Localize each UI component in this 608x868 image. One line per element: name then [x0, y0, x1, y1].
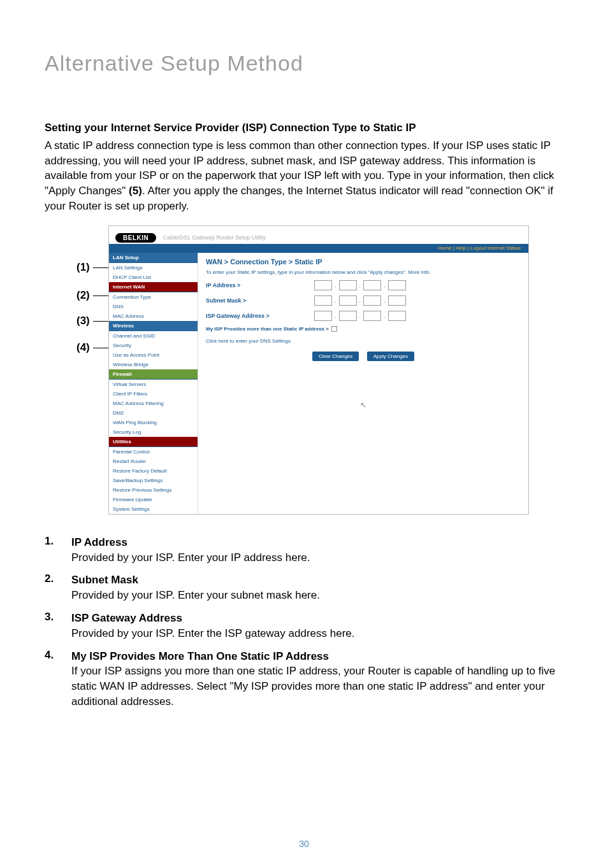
sidebar-item-security[interactable]: Security — [109, 341, 198, 350]
list-number-4: 4. — [45, 649, 71, 709]
ip-octet-input[interactable] — [363, 280, 381, 290]
apply-changes-button[interactable]: Apply Changes — [367, 352, 414, 361]
list-text-ip-address: Provided by your ISP. Enter your IP addr… — [71, 550, 563, 566]
list-text-subnet-mask: Provided by your ISP. Enter your subnet … — [71, 588, 563, 603]
list-head-multi-ip: My ISP Provides More Than One Static IP … — [71, 649, 563, 664]
router-topbar: Home | Help | Logout Internet Status: — [109, 244, 528, 253]
callout-line — [93, 267, 110, 268]
sidebar-item-restore[interactable]: Restore Previous Settings — [109, 485, 198, 495]
cursor-icon: ↖ — [206, 401, 521, 409]
sidebar-item-mac[interactable]: MAC Address — [109, 311, 198, 321]
sidebar-item-conn-type[interactable]: Connection Type — [109, 292, 198, 302]
sidebar-lan-setup: LAN Setup — [109, 253, 198, 263]
list-head-subnet-mask: Subnet Mask — [71, 573, 563, 588]
subnet-octet-input[interactable] — [388, 295, 406, 306]
list-text-multi-ip: If your ISP assigns you more than one st… — [71, 664, 563, 709]
multi-ip-row: My ISP Provides more than one Static IP … — [206, 326, 521, 332]
gateway-octet-input[interactable] — [314, 311, 332, 321]
router-sidebar: LAN Setup LAN Settings DHCP Client List … — [109, 253, 198, 514]
label-gateway: ISP Gateway Address > — [206, 313, 314, 319]
clear-changes-button[interactable]: Clear Changes — [312, 352, 359, 361]
section-heading: Setting your Internet Service Provider (… — [45, 120, 563, 136]
list-number-1: 1. — [45, 535, 71, 566]
sidebar-item-vs[interactable]: Virtual Servers — [109, 380, 198, 389]
sidebar-item-dmz[interactable]: DMZ — [109, 408, 198, 418]
sidebar-item-filters[interactable]: Client IP Filters — [109, 389, 198, 399]
sidebar-item-block[interactable]: WAN Ping Blocking — [109, 418, 198, 427]
gateway-octet-input[interactable] — [388, 311, 406, 321]
list-head-ip-address: IP Address — [71, 535, 563, 550]
ip-octet-input[interactable] — [388, 280, 406, 290]
subnet-mask-fields: . . . — [314, 295, 406, 306]
content-title: WAN > Connection Type > Static IP — [206, 258, 521, 266]
intro-paragraph: A static IP address connection type is l… — [45, 138, 563, 214]
callout-1: (1) — [76, 261, 90, 274]
callout-4: (4) — [76, 341, 90, 354]
sidebar-item-mac-filter[interactable]: MAC Address Filtering — [109, 399, 198, 408]
sidebar-item-channel-ssid[interactable]: Channel and SSID — [109, 331, 198, 341]
sidebar-internet-wan: Internet WAN — [109, 282, 198, 292]
multi-ip-label: My ISP Provides more than one Static IP … — [206, 326, 329, 332]
callout-2: (2) — [76, 289, 90, 302]
callout-line — [93, 348, 110, 348]
ip-octet-input[interactable] — [314, 280, 332, 290]
sidebar-item-dhcp[interactable]: DHCP Client List — [109, 273, 198, 282]
subnet-octet-input[interactable] — [314, 295, 332, 306]
callout-line — [93, 295, 110, 296]
ip-octet-input[interactable] — [339, 280, 357, 290]
callout-line — [93, 321, 110, 322]
brand-badge: BELKIN — [115, 233, 156, 243]
callout-3: (3) — [76, 315, 90, 327]
sidebar-wireless: Wireless — [109, 321, 198, 331]
sidebar-item-save[interactable]: Save/Backup Settings — [109, 476, 198, 485]
sidebar-item-factory[interactable]: Restore Factory Default — [109, 466, 198, 476]
gateway-fields: . . . — [314, 311, 406, 321]
list-text-gateway: Provided by your ISP. Enter the ISP gate… — [71, 626, 563, 641]
gateway-octet-input[interactable] — [363, 311, 381, 321]
sidebar-item-system[interactable]: System Settings — [109, 504, 198, 514]
ip-address-fields: . . . — [314, 280, 406, 290]
list-head-gateway: ISP Gateway Address — [71, 611, 563, 626]
dns-settings-link[interactable]: Click here to enter your DNS Settings — [206, 338, 521, 344]
router-screenshot: (1) (2) (3) (4) (5) BELKIN Cable/DSL Gat… — [76, 225, 548, 515]
page-number: 30 — [0, 839, 608, 849]
sidebar-item-firmware[interactable]: Firmware Update — [109, 495, 198, 504]
gateway-octet-input[interactable] — [339, 311, 357, 321]
sidebar-item-lan-settings[interactable]: LAN Settings — [109, 263, 198, 273]
sidebar-utilities: Utilities — [109, 437, 198, 447]
sidebar-item-bridge[interactable]: Wireless Bridge — [109, 360, 198, 369]
sidebar-item-restart[interactable]: Restart Router — [109, 457, 198, 466]
sidebar-item-parental[interactable]: Parental Control — [109, 447, 198, 457]
list-number-3: 3. — [45, 611, 71, 641]
label-ip-address: IP Address > — [206, 282, 314, 288]
sidebar-item-ap[interactable]: Use as Access Point — [109, 350, 198, 360]
multi-ip-checkbox[interactable] — [331, 326, 337, 332]
list-number-2: 2. — [45, 573, 71, 603]
page-title: Alternative Setup Method — [45, 51, 563, 76]
content-description: To enter your Static IP settings, type i… — [206, 269, 521, 275]
subnet-octet-input[interactable] — [339, 295, 357, 306]
sidebar-item-seclog[interactable]: Security Log — [109, 427, 198, 437]
label-subnet-mask: Subnet Mask > — [206, 297, 314, 304]
subnet-octet-input[interactable] — [363, 295, 381, 306]
sidebar-firewall: Firewall — [109, 369, 198, 380]
sidebar-item-dns[interactable]: DNS — [109, 302, 198, 311]
router-subtitle: Cable/DSL Gateway Router Setup Utility — [163, 234, 266, 241]
intro-ref-5: (5) — [129, 185, 142, 197]
